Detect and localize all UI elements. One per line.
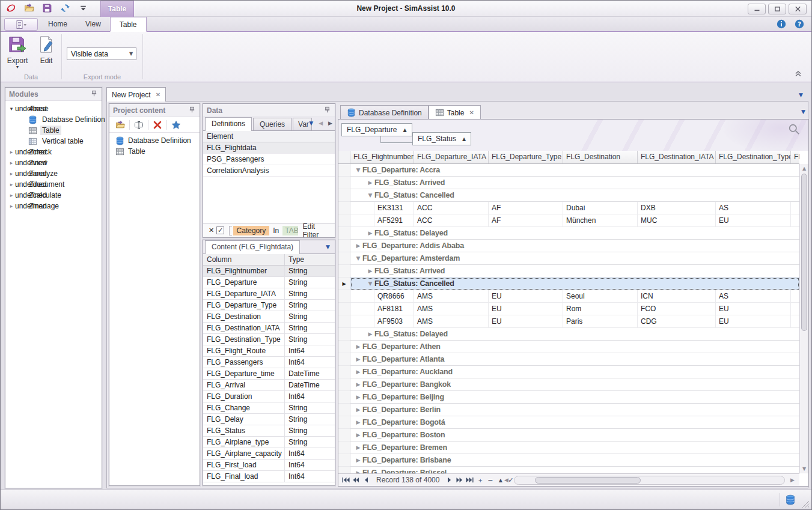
content-row[interactable]: FLG_PassengersInt64 xyxy=(203,357,335,368)
expand-group-icon[interactable]: ▶ xyxy=(366,268,374,274)
group-row[interactable]: ▶FLG_Departure: Bangkok xyxy=(338,378,799,391)
content-row[interactable]: FLG_ArrivalDateTime xyxy=(203,380,335,391)
expand-group-icon[interactable]: ▶ xyxy=(354,394,362,400)
ribbon-tab-view[interactable]: View xyxy=(76,17,110,32)
minimize-button[interactable] xyxy=(748,4,766,14)
column-header-flg_departure_iata[interactable]: FLG_Departure_IATA xyxy=(414,151,489,163)
column-header-column[interactable]: Column xyxy=(203,254,285,265)
data-tab-definitions[interactable]: Definitions xyxy=(205,117,252,131)
content-row[interactable]: FLG_DepartureString xyxy=(203,277,335,288)
element-row[interactable]: PSG_Passengers xyxy=(203,154,335,165)
scroll-left-icon[interactable]: ◀ xyxy=(504,477,508,483)
open-icon[interactable] xyxy=(113,119,127,131)
delete-icon[interactable] xyxy=(150,119,165,131)
expand-group-icon[interactable]: ▶ xyxy=(354,344,362,350)
collapse-group-icon[interactable]: ▼ xyxy=(366,281,374,287)
tree-item-2manage[interactable]: ▸undefined2manage xyxy=(5,201,102,211)
element-row[interactable]: CorrelationAnalysis xyxy=(203,165,335,177)
scroll-down-icon[interactable]: ▼ xyxy=(800,466,808,472)
expand-group-icon[interactable]: ▶ xyxy=(366,331,374,337)
nav-next-button[interactable] xyxy=(444,475,454,485)
tree-item-4base[interactable]: ▾undefined4base xyxy=(5,103,102,114)
content-row[interactable]: FLG_Departure_timeDateTime xyxy=(203,368,335,380)
close-button[interactable] xyxy=(789,4,807,14)
nav-prev-button[interactable] xyxy=(361,475,371,485)
tree-item-table[interactable]: Table xyxy=(5,125,102,136)
column-header-flg_destination_type[interactable]: FLG_Destination_Type xyxy=(716,151,791,163)
tree-item-2analyze[interactable]: ▸undefined2analyze xyxy=(5,168,102,179)
expand-group-icon[interactable]: ▶ xyxy=(354,419,362,425)
nav-next-page-button[interactable] xyxy=(454,475,465,485)
group-row[interactable]: ▶FLG_Departure: Auckland xyxy=(338,366,799,378)
expand-icon[interactable]: ▸ xyxy=(8,160,15,166)
collapse-icon[interactable]: ▾ xyxy=(8,106,15,112)
contextual-tab-header[interactable]: Table xyxy=(100,1,134,17)
group-row[interactable]: ▶FLG_Status: Arrived xyxy=(338,177,799,189)
edit-filter-link[interactable]: Edit Filter xyxy=(303,222,332,239)
data-row[interactable]: AF5291ACCAFMünchenMUCEU xyxy=(338,214,799,227)
horizontal-scrollbar[interactable] xyxy=(514,476,785,485)
view-tab-database-definition[interactable]: Database Definition xyxy=(340,105,429,120)
group-row[interactable]: ▼FLG_Departure: Accra xyxy=(338,164,799,177)
vertical-scrollbar-thumb[interactable] xyxy=(801,174,807,331)
export-button[interactable]: Export ▾ xyxy=(4,35,31,70)
content-row[interactable]: FLG_First_loadInt64 xyxy=(203,460,335,471)
pin-icon[interactable] xyxy=(188,105,196,116)
export-mode-select[interactable]: Visible data ▼ xyxy=(67,47,136,60)
expand-icon[interactable]: ▸ xyxy=(8,203,15,209)
workspace-tabs-dropdown-icon[interactable]: ▼ xyxy=(801,109,805,115)
group-chip-flg-departure[interactable]: FLG_Departure ▲ xyxy=(341,123,412,136)
content-row[interactable]: FLG_FlightnumberString xyxy=(203,266,335,277)
pin-icon[interactable] xyxy=(323,105,331,116)
group-row[interactable]: ▶FLG_Departure: Berlin xyxy=(338,404,799,416)
nav-last-button[interactable] xyxy=(465,475,475,485)
help-icon[interactable]: ? xyxy=(795,19,804,31)
group-row[interactable]: ▼FLG_Departure: Amsterdam xyxy=(338,252,799,265)
expand-group-icon[interactable]: ▶ xyxy=(366,180,374,186)
data-row[interactable]: AF8181AMSEURomFCOEU xyxy=(338,303,799,315)
content-row[interactable]: FLG_Destination_IATAString xyxy=(203,323,335,334)
tree-item-2check[interactable]: ▸undefined2check xyxy=(5,147,102,157)
edit-button[interactable]: Edit xyxy=(33,35,60,65)
group-row[interactable]: ▶FLG_Status: Delayed xyxy=(338,227,799,240)
nav-prev-page-button[interactable] xyxy=(351,475,361,485)
data-row[interactable]: QR8666AMSEUSeoulICNAS xyxy=(338,290,799,303)
content-row[interactable]: FLG_ChangeString xyxy=(203,402,335,414)
tab-close-icon[interactable]: ✕ xyxy=(469,109,474,116)
expand-icon[interactable]: ▸ xyxy=(8,181,15,187)
document-tab-close-icon[interactable]: ✕ xyxy=(156,91,160,98)
content-row[interactable]: FLG_Departure_IATAString xyxy=(203,288,335,300)
column-header-flg_destination[interactable]: FLG_Destination xyxy=(563,151,638,163)
group-row[interactable]: ▶FLG_Departure: Addis Ababa xyxy=(338,240,799,252)
info-icon[interactable] xyxy=(777,19,786,31)
element-row[interactable]: FLG_Flightdata xyxy=(203,142,335,154)
content-row[interactable]: FLG_Airplane_capacityInt64 xyxy=(203,448,335,460)
nav-delete-button[interactable]: − xyxy=(485,475,495,485)
tab-list-dropdown-icon[interactable]: ▼ xyxy=(309,120,313,126)
collapse-group-icon[interactable]: ▼ xyxy=(366,192,374,198)
ribbon-tab-home[interactable]: Home xyxy=(39,17,76,32)
column-header-flg[interactable]: FLG xyxy=(791,151,799,163)
expand-group-icon[interactable]: ▶ xyxy=(354,369,362,375)
expand-group-icon[interactable]: ▶ xyxy=(354,445,362,451)
column-header-flg_departure_type[interactable]: FLG_Departure_Type xyxy=(489,151,563,163)
group-row[interactable]: ▶FLG_Status: Delayed xyxy=(338,328,799,341)
tree-item-2view[interactable]: ▸undefined2view xyxy=(5,157,102,168)
content-row[interactable]: FLG_Destination_TypeString xyxy=(203,334,335,345)
expand-icon[interactable]: ▸ xyxy=(8,192,15,198)
column-header-flg_flightnumber[interactable]: FLG_Flightnumber xyxy=(350,151,414,163)
content-row[interactable]: FLG_Departure_TypeString xyxy=(203,300,335,311)
tree-item-vertical-table[interactable]: Vertical table xyxy=(5,136,102,147)
favorite-icon[interactable] xyxy=(169,119,183,131)
expand-group-icon[interactable]: ▶ xyxy=(354,381,362,387)
column-header-flg_destination_iata[interactable]: FLG_Destination_IATA xyxy=(638,151,716,163)
pin-icon[interactable] xyxy=(90,89,98,100)
collapse-group-icon[interactable]: ▼ xyxy=(354,255,362,261)
filter-operator[interactable]: In xyxy=(273,226,279,235)
project-item-table[interactable]: Table xyxy=(109,146,200,157)
content-row[interactable]: FLG_DurationInt64 xyxy=(203,391,335,402)
content-row[interactable]: FLG_StatusString xyxy=(203,425,335,437)
expand-group-icon[interactable]: ▶ xyxy=(354,356,362,362)
content-row[interactable]: FLG_DestinationString xyxy=(203,311,335,323)
database-status-icon[interactable] xyxy=(785,494,796,505)
